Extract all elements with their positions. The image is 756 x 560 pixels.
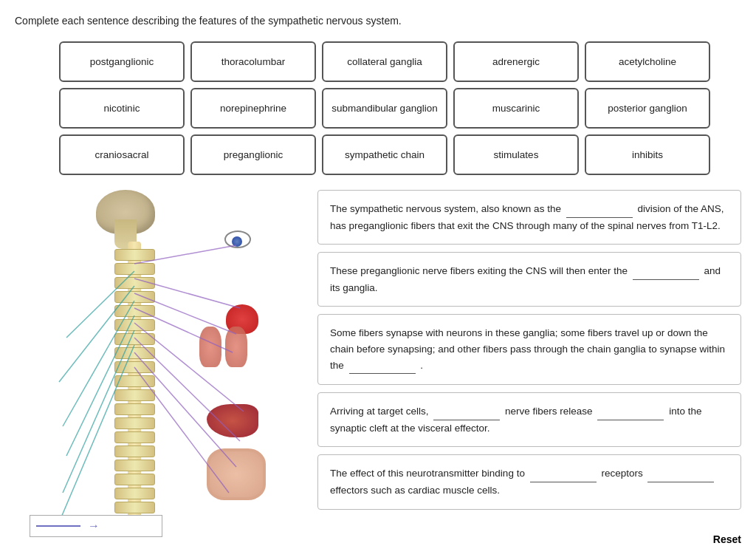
- sentence-box-5: The effect of this neurotransmitter bind…: [317, 454, 741, 509]
- organ-intestine: [207, 448, 266, 500]
- blank-2-1[interactable]: [633, 263, 699, 280]
- sentences-area: The sympathetic nervous system, also kno…: [317, 190, 741, 544]
- vertebra: [114, 403, 155, 415]
- organ-lung-right: [225, 327, 247, 367]
- sentence-4-text: Arriving at target cells, nerve fibers r…: [330, 406, 701, 434]
- vertebra: [114, 347, 155, 359]
- vertebra: [114, 474, 155, 485]
- legend-bar: →: [30, 515, 162, 537]
- sentence-box-3: Some fibers synapse with neurons in thes…: [317, 314, 741, 385]
- word-tile-preganglionic[interactable]: preganglionic: [190, 134, 316, 175]
- vertebra: [114, 319, 155, 331]
- sentence-box-1: The sympathetic nervous system, also kno…: [317, 190, 741, 245]
- diagram-placeholder: →: [22, 190, 281, 544]
- vertebra: [114, 417, 155, 429]
- sentence-5-text: The effect of this neurotransmitter bind…: [330, 468, 716, 496]
- sentence-1-text-before: The sympathetic nervous system, also kno…: [330, 203, 724, 231]
- word-tile-thoracolumbar[interactable]: thoracolumbar: [190, 41, 316, 82]
- word-tile-submandibular-ganglion[interactable]: submandibular ganglion: [322, 88, 447, 129]
- legend-line: [36, 525, 80, 527]
- organ-lung-left: [199, 327, 221, 367]
- vertebra: [114, 263, 155, 275]
- organ-eye: [224, 231, 251, 248]
- blank-4-2[interactable]: [597, 403, 664, 420]
- word-tile-postganglionic[interactable]: postganglionic: [59, 41, 185, 82]
- word-tile-sympathetic-chain[interactable]: sympathetic chain: [322, 134, 447, 175]
- word-tile-acetylcholine[interactable]: acetylcholine: [585, 41, 710, 82]
- vertebra: [114, 389, 155, 401]
- word-bank: postganglionicthoracolumbarcollateral ga…: [59, 41, 741, 175]
- blank-5-2[interactable]: [647, 465, 714, 482]
- vertebra: [114, 333, 155, 345]
- organ-liver: [207, 404, 258, 437]
- main-content: → The sympathetic nervous system, also k…: [15, 190, 741, 544]
- word-tile-inhibits[interactable]: inhibits: [585, 134, 710, 175]
- vertebra: [114, 361, 155, 373]
- sentence-2-text: These preganglionic nerve fibers exiting…: [330, 265, 721, 293]
- word-tile-adrenergic[interactable]: adrenergic: [453, 41, 579, 82]
- blank-4-1[interactable]: [433, 403, 500, 420]
- vertebrae: [114, 249, 155, 530]
- blank-3-1[interactable]: [349, 358, 416, 375]
- sentence-3-text: Some fibers synapse with neurons in thes…: [330, 327, 725, 370]
- vertebra: [114, 460, 155, 471]
- reset-button[interactable]: Reset: [713, 533, 741, 545]
- word-tile-muscarinic[interactable]: muscarinic: [453, 88, 579, 129]
- brain-diagram: [96, 190, 155, 234]
- vertebra: [114, 488, 155, 499]
- diagram-area: →: [15, 190, 303, 544]
- instruction: Complete each sentence describing the fe…: [15, 15, 741, 27]
- sentence-box-4: Arriving at target cells, nerve fibers r…: [317, 392, 741, 447]
- word-tile-stimulates[interactable]: stimulates: [453, 134, 579, 175]
- sentence-box-2: These preganglionic nerve fibers exiting…: [317, 252, 741, 307]
- vertebra: [114, 249, 155, 261]
- vertebra: [114, 445, 155, 457]
- word-tile-craniosacral[interactable]: craniosacral: [59, 134, 185, 175]
- vertebra: [114, 375, 155, 387]
- vertebra: [114, 502, 155, 513]
- legend-arrow-icon: →: [88, 519, 100, 533]
- word-tile-posterior-ganglion[interactable]: posterior ganglion: [585, 88, 710, 129]
- word-tile-collateral-ganglia[interactable]: collateral ganglia: [322, 41, 447, 82]
- vertebra: [114, 305, 155, 317]
- vertebra: [114, 277, 155, 289]
- vertebra: [114, 431, 155, 443]
- blank-5-1[interactable]: [530, 465, 597, 482]
- word-tile-nicotinic[interactable]: nicotinic: [59, 88, 185, 129]
- blank-1-1[interactable]: [566, 201, 633, 218]
- vertebra: [114, 291, 155, 303]
- word-tile-norepinephrine[interactable]: norepinephrine: [190, 88, 316, 129]
